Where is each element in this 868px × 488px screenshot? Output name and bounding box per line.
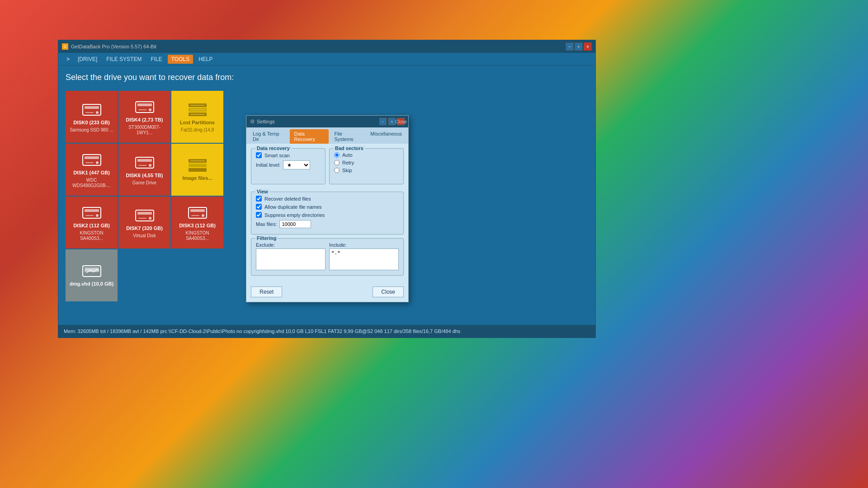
smart-scan-checkbox[interactable] — [256, 152, 262, 158]
drive-grid: DISK0 (233 GB) Samsung SSD 980 ... DISK4… — [66, 91, 223, 301]
disk7-sub: Virtual Disk — [133, 233, 156, 239]
drive-image-files[interactable]: Image files... — [171, 144, 223, 196]
suppress-empty-checkbox[interactable] — [256, 212, 262, 218]
svg-rect-1 — [85, 106, 99, 109]
dialog-title: Settings — [257, 119, 377, 124]
svg-point-32 — [149, 217, 151, 220]
status-text: Mem: 32605MB tot / 18396MB avl / 142MB p… — [64, 328, 460, 334]
retry-label: Retry — [342, 160, 354, 165]
status-bar: Mem: 32605MB tot / 18396MB avl / 142MB p… — [58, 325, 595, 338]
svg-rect-7 — [138, 109, 146, 110]
allow-duplicate-row: Allow duplicate file names — [256, 204, 399, 210]
svg-rect-34 — [189, 207, 207, 218]
menu-drive[interactable]: [DRIVE] — [74, 55, 101, 64]
retry-radio-row: Retry — [334, 160, 399, 165]
recover-deleted-checkbox[interactable] — [256, 196, 262, 202]
maximize-button[interactable]: + — [575, 42, 583, 51]
drive-disk1[interactable]: DISK1 (447 GB) WDC WDS480G2G0B-... — [66, 144, 118, 196]
settings-icon: ⚙ — [250, 118, 255, 125]
disk0-sub: Samsung SSD 980 ... — [70, 127, 113, 133]
dialog-footer: Reset Close — [246, 284, 408, 302]
svg-rect-3 — [85, 112, 94, 113]
data-recovery-group: Data recovery Smart scan Initial level: … — [251, 148, 326, 184]
svg-point-2 — [96, 111, 99, 114]
disk6-name: DISK6 (4,55 TB) — [126, 173, 163, 178]
svg-rect-35 — [190, 209, 205, 212]
dialog-close-button[interactable]: Close — [397, 118, 405, 125]
drive-disk2[interactable]: DISK2 (112 GB) KINGSTON SA400S3... — [66, 197, 118, 249]
menu-help[interactable]: HELP — [195, 55, 216, 64]
recover-deleted-label: Recover deleted files — [264, 196, 311, 202]
dialog-title-bar: ⚙ Settings − + Close — [246, 116, 408, 127]
include-input[interactable]: *.* — [329, 249, 399, 270]
svg-rect-26 — [83, 207, 101, 218]
tab-file-systems[interactable]: File Systems — [330, 129, 365, 144]
smart-scan-row: Smart scan — [256, 152, 321, 158]
retry-radio[interactable] — [334, 160, 340, 165]
menu-filesystem[interactable]: FILE SYSTEM — [103, 55, 145, 64]
disk4-sub: ST3000DM007-1WY1... — [121, 125, 168, 136]
window-controls: − + × — [566, 42, 592, 51]
disk4-name: DISK4 (2,73 TB) — [126, 117, 163, 123]
svg-rect-30 — [136, 210, 154, 221]
data-recovery-legend: Data recovery — [255, 145, 292, 151]
svg-rect-15 — [85, 156, 99, 159]
svg-rect-21 — [138, 165, 146, 166]
disk1-name: DISK1 (447 GB) — [73, 170, 110, 176]
filter-columns: Exclude: Include: *.* — [256, 242, 399, 272]
app-icon: G — [62, 43, 68, 50]
svg-rect-5 — [137, 103, 152, 106]
initial-level-select[interactable]: ★ ★★ ★★★ — [283, 160, 310, 169]
exclude-input[interactable] — [256, 249, 326, 270]
exclude-label: Exclude: — [256, 242, 326, 248]
disk6-sub: Game Drive — [132, 180, 156, 186]
drive-disk6[interactable]: DISK6 (4,55 TB) Game Drive — [118, 144, 170, 196]
svg-rect-33 — [138, 218, 146, 219]
menu-back-arrow[interactable]: > — [64, 55, 72, 63]
disk3-name: DISK3 (112 GB) — [179, 223, 216, 229]
max-files-label: Max files: — [256, 221, 277, 227]
svg-rect-37 — [191, 215, 199, 216]
disk3-sub: KINGSTON SA400S3... — [174, 230, 221, 241]
svg-rect-18 — [136, 157, 154, 168]
content-area: Select the drive you want to recover dat… — [58, 66, 595, 338]
dialog-minimize-button[interactable]: − — [379, 118, 387, 125]
disk2-sub: KINGSTON SA400S3... — [68, 230, 115, 241]
svg-rect-23 — [189, 164, 207, 167]
drive-disk3[interactable]: DISK3 (112 GB) KINGSTON SA400S3... — [171, 197, 223, 249]
tab-log-temp[interactable]: Log & Temp Dir — [248, 129, 289, 144]
dmg-vhd-name: dmg.vhd (10,0 GB) — [70, 281, 113, 287]
reset-button[interactable]: Reset — [251, 286, 282, 297]
suppress-empty-label: Suppress empty directories — [264, 212, 325, 218]
image-files-name: Image files... — [182, 175, 212, 181]
drive-disk7[interactable]: DISK7 (320 GB) Virtual Disk — [118, 197, 170, 249]
bad-sectors-legend: Bad sectors — [333, 145, 365, 151]
exclude-col: Exclude: — [256, 242, 326, 272]
allow-duplicate-checkbox[interactable] — [256, 204, 262, 210]
disk0-name: DISK0 (233 GB) — [73, 120, 110, 126]
max-files-row: Max files: — [256, 220, 399, 228]
auto-radio[interactable] — [334, 152, 340, 158]
drive-disk4[interactable]: DISK4 (2,73 TB) ST3000DM007-1WY1... — [118, 91, 170, 143]
dialog-tabs: Log & Temp Dir Data Recovery File System… — [246, 127, 408, 144]
svg-point-36 — [202, 214, 204, 217]
svg-rect-29 — [85, 215, 94, 216]
drive-disk0[interactable]: DISK0 (233 GB) Samsung SSD 980 ... — [66, 91, 118, 143]
max-files-input[interactable] — [279, 220, 311, 228]
tab-miscellaneous[interactable]: Miscellaneous — [366, 129, 406, 144]
close-button[interactable]: × — [584, 42, 592, 51]
tab-data-recovery[interactable]: Data Recovery — [290, 129, 329, 144]
dialog-maximize-button[interactable]: + — [388, 118, 396, 125]
main-window: G GetDataBack Pro (Version 5.57) 64-Bit … — [58, 40, 596, 338]
smart-scan-label: Smart scan — [264, 153, 290, 158]
drive-lost-partitions[interactable]: Lost Partitions Fat32.dmg (14,8 — [171, 91, 223, 143]
dialog-close-action-button[interactable]: Close — [373, 286, 404, 297]
page-title: Select the drive you want to recover dat… — [66, 73, 588, 82]
drive-dmg-vhd[interactable]: dmg.vhd (10,0 GB) — [66, 249, 118, 301]
menu-bar: > [DRIVE] FILE SYSTEM FILE TOOLS HELP — [58, 53, 595, 66]
minimize-button[interactable]: − — [566, 42, 574, 51]
menu-file[interactable]: FILE — [147, 55, 165, 64]
menu-tools[interactable]: TOOLS — [168, 55, 193, 64]
svg-point-6 — [149, 108, 151, 111]
skip-radio[interactable] — [334, 168, 340, 173]
